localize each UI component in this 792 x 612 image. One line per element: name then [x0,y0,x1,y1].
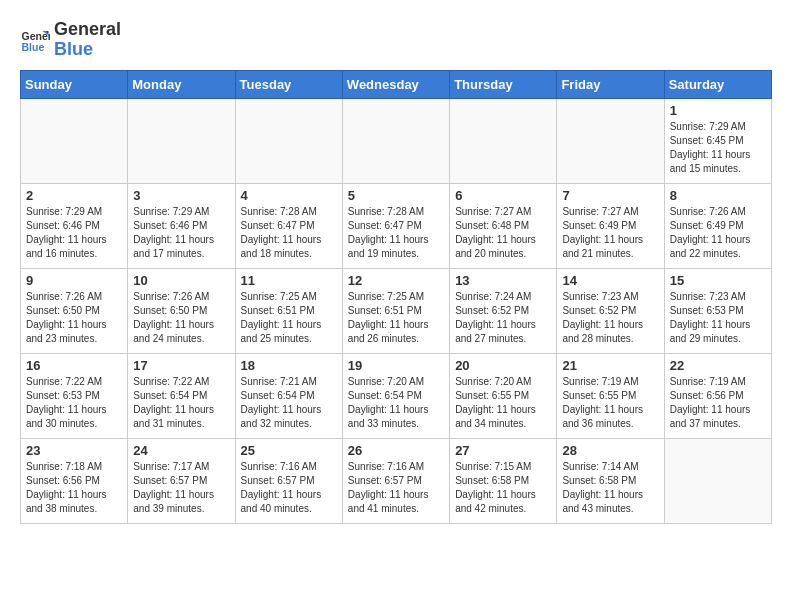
day-number: 25 [241,443,337,458]
day-info: Sunrise: 7:26 AM Sunset: 6:49 PM Dayligh… [670,205,766,261]
day-cell: 4Sunrise: 7:28 AM Sunset: 6:47 PM Daylig… [235,183,342,268]
week-row-3: 16Sunrise: 7:22 AM Sunset: 6:53 PM Dayli… [21,353,772,438]
day-cell: 7Sunrise: 7:27 AM Sunset: 6:49 PM Daylig… [557,183,664,268]
day-info: Sunrise: 7:23 AM Sunset: 6:53 PM Dayligh… [670,290,766,346]
day-info: Sunrise: 7:29 AM Sunset: 6:46 PM Dayligh… [26,205,122,261]
day-number: 18 [241,358,337,373]
day-cell: 9Sunrise: 7:26 AM Sunset: 6:50 PM Daylig… [21,268,128,353]
logo-blue: Blue [54,40,121,60]
day-info: Sunrise: 7:16 AM Sunset: 6:57 PM Dayligh… [348,460,444,516]
day-number: 28 [562,443,658,458]
day-cell [342,98,449,183]
day-number: 17 [133,358,229,373]
day-info: Sunrise: 7:19 AM Sunset: 6:55 PM Dayligh… [562,375,658,431]
day-cell: 25Sunrise: 7:16 AM Sunset: 6:57 PM Dayli… [235,438,342,523]
day-cell [235,98,342,183]
day-cell: 16Sunrise: 7:22 AM Sunset: 6:53 PM Dayli… [21,353,128,438]
day-number: 11 [241,273,337,288]
day-cell: 19Sunrise: 7:20 AM Sunset: 6:54 PM Dayli… [342,353,449,438]
day-number: 12 [348,273,444,288]
day-cell [557,98,664,183]
col-header-wednesday: Wednesday [342,70,449,98]
day-number: 9 [26,273,122,288]
day-number: 1 [670,103,766,118]
day-cell: 2Sunrise: 7:29 AM Sunset: 6:46 PM Daylig… [21,183,128,268]
day-cell [21,98,128,183]
day-number: 19 [348,358,444,373]
day-info: Sunrise: 7:26 AM Sunset: 6:50 PM Dayligh… [26,290,122,346]
day-cell: 11Sunrise: 7:25 AM Sunset: 6:51 PM Dayli… [235,268,342,353]
day-info: Sunrise: 7:29 AM Sunset: 6:46 PM Dayligh… [133,205,229,261]
col-header-sunday: Sunday [21,70,128,98]
day-cell: 26Sunrise: 7:16 AM Sunset: 6:57 PM Dayli… [342,438,449,523]
day-info: Sunrise: 7:19 AM Sunset: 6:56 PM Dayligh… [670,375,766,431]
day-number: 3 [133,188,229,203]
day-cell [664,438,771,523]
header-row: SundayMondayTuesdayWednesdayThursdayFrid… [21,70,772,98]
day-cell: 27Sunrise: 7:15 AM Sunset: 6:58 PM Dayli… [450,438,557,523]
day-cell: 6Sunrise: 7:27 AM Sunset: 6:48 PM Daylig… [450,183,557,268]
day-cell: 24Sunrise: 7:17 AM Sunset: 6:57 PM Dayli… [128,438,235,523]
day-cell [128,98,235,183]
day-info: Sunrise: 7:27 AM Sunset: 6:49 PM Dayligh… [562,205,658,261]
day-number: 5 [348,188,444,203]
day-number: 22 [670,358,766,373]
day-number: 21 [562,358,658,373]
day-cell: 14Sunrise: 7:23 AM Sunset: 6:52 PM Dayli… [557,268,664,353]
day-info: Sunrise: 7:25 AM Sunset: 6:51 PM Dayligh… [241,290,337,346]
logo-general: General [54,20,121,40]
day-cell: 18Sunrise: 7:21 AM Sunset: 6:54 PM Dayli… [235,353,342,438]
day-number: 26 [348,443,444,458]
day-number: 10 [133,273,229,288]
day-cell: 21Sunrise: 7:19 AM Sunset: 6:55 PM Dayli… [557,353,664,438]
day-number: 2 [26,188,122,203]
svg-text:Blue: Blue [22,40,45,52]
day-cell [450,98,557,183]
day-cell: 28Sunrise: 7:14 AM Sunset: 6:58 PM Dayli… [557,438,664,523]
day-number: 14 [562,273,658,288]
day-info: Sunrise: 7:22 AM Sunset: 6:53 PM Dayligh… [26,375,122,431]
day-info: Sunrise: 7:14 AM Sunset: 6:58 PM Dayligh… [562,460,658,516]
day-number: 27 [455,443,551,458]
day-number: 16 [26,358,122,373]
week-row-2: 9Sunrise: 7:26 AM Sunset: 6:50 PM Daylig… [21,268,772,353]
day-number: 13 [455,273,551,288]
day-info: Sunrise: 7:27 AM Sunset: 6:48 PM Dayligh… [455,205,551,261]
day-cell: 8Sunrise: 7:26 AM Sunset: 6:49 PM Daylig… [664,183,771,268]
day-info: Sunrise: 7:20 AM Sunset: 6:55 PM Dayligh… [455,375,551,431]
day-cell: 22Sunrise: 7:19 AM Sunset: 6:56 PM Dayli… [664,353,771,438]
calendar-table: SundayMondayTuesdayWednesdayThursdayFrid… [20,70,772,524]
day-info: Sunrise: 7:28 AM Sunset: 6:47 PM Dayligh… [241,205,337,261]
col-header-friday: Friday [557,70,664,98]
day-cell: 13Sunrise: 7:24 AM Sunset: 6:52 PM Dayli… [450,268,557,353]
week-row-4: 23Sunrise: 7:18 AM Sunset: 6:56 PM Dayli… [21,438,772,523]
day-info: Sunrise: 7:28 AM Sunset: 6:47 PM Dayligh… [348,205,444,261]
logo-icon: General Blue [20,25,50,55]
day-cell: 1Sunrise: 7:29 AM Sunset: 6:45 PM Daylig… [664,98,771,183]
day-number: 23 [26,443,122,458]
day-number: 7 [562,188,658,203]
day-cell: 5Sunrise: 7:28 AM Sunset: 6:47 PM Daylig… [342,183,449,268]
day-info: Sunrise: 7:21 AM Sunset: 6:54 PM Dayligh… [241,375,337,431]
day-info: Sunrise: 7:23 AM Sunset: 6:52 PM Dayligh… [562,290,658,346]
day-cell: 12Sunrise: 7:25 AM Sunset: 6:51 PM Dayli… [342,268,449,353]
day-number: 20 [455,358,551,373]
day-info: Sunrise: 7:18 AM Sunset: 6:56 PM Dayligh… [26,460,122,516]
day-info: Sunrise: 7:16 AM Sunset: 6:57 PM Dayligh… [241,460,337,516]
day-info: Sunrise: 7:29 AM Sunset: 6:45 PM Dayligh… [670,120,766,176]
week-row-1: 2Sunrise: 7:29 AM Sunset: 6:46 PM Daylig… [21,183,772,268]
day-cell: 23Sunrise: 7:18 AM Sunset: 6:56 PM Dayli… [21,438,128,523]
day-number: 6 [455,188,551,203]
day-info: Sunrise: 7:20 AM Sunset: 6:54 PM Dayligh… [348,375,444,431]
col-header-tuesday: Tuesday [235,70,342,98]
day-cell: 15Sunrise: 7:23 AM Sunset: 6:53 PM Dayli… [664,268,771,353]
day-number: 4 [241,188,337,203]
col-header-saturday: Saturday [664,70,771,98]
day-info: Sunrise: 7:15 AM Sunset: 6:58 PM Dayligh… [455,460,551,516]
day-number: 15 [670,273,766,288]
day-info: Sunrise: 7:17 AM Sunset: 6:57 PM Dayligh… [133,460,229,516]
day-number: 24 [133,443,229,458]
col-header-monday: Monday [128,70,235,98]
day-cell: 17Sunrise: 7:22 AM Sunset: 6:54 PM Dayli… [128,353,235,438]
day-info: Sunrise: 7:24 AM Sunset: 6:52 PM Dayligh… [455,290,551,346]
